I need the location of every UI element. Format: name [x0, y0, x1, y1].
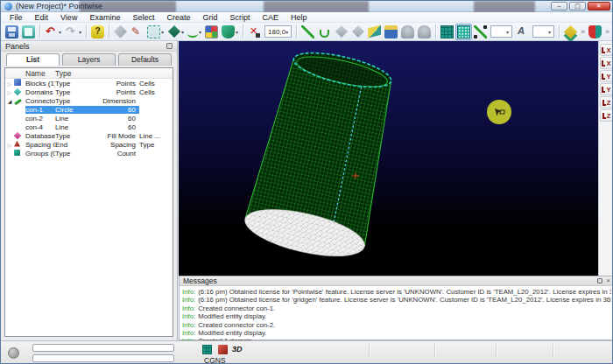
rotate-cursor	[487, 100, 511, 124]
select-box-button[interactable]: ▾	[145, 24, 166, 40]
diamond-grey-button[interactable]	[349, 24, 366, 40]
hand-button[interactable]	[399, 24, 416, 40]
chevron-down-icon[interactable]: ▾	[285, 29, 288, 35]
menu-edit[interactable]: Edit	[29, 12, 55, 23]
tree-row-con-1[interactable]: con-1Circle60	[5, 105, 173, 114]
expander-icon[interactable]: ◢	[5, 98, 14, 104]
close-button[interactable]: ✕	[588, 2, 610, 10]
tab-defaults[interactable]: Defaults	[118, 53, 172, 66]
tree-row-connectors-1-3[interactable]: ◢Connectors (1/3)TypeDimension	[5, 96, 173, 105]
tab-layers[interactable]: Layers	[62, 53, 116, 66]
dimension-combo[interactable]: ▾	[490, 25, 512, 38]
expander-icon[interactable]: ▷	[5, 89, 14, 95]
message-line: Info:Created connector con-1.	[182, 304, 611, 312]
connector-dim-button[interactable]	[472, 24, 489, 40]
tree-row-database-0[interactable]: Database (0)TypeFill ModeLine ...	[5, 131, 173, 140]
list-column-header[interactable]: Name Type	[5, 68, 173, 79]
maximize-button[interactable]: ▢	[569, 2, 586, 10]
grid-points-button[interactable]	[455, 24, 472, 40]
toolbar-overflow-icon[interactable]: »	[579, 27, 587, 36]
chevron-down-icon[interactable]: ▾	[199, 29, 201, 35]
redo-button[interactable]: ▾	[63, 24, 83, 40]
layers-tool-button[interactable]	[562, 24, 579, 40]
minimize-button[interactable]: –	[551, 2, 567, 10]
paintbrush-button[interactable]	[129, 24, 145, 40]
menu-select[interactable]: Select	[126, 12, 160, 23]
tab-list[interactable]: List	[6, 53, 60, 66]
toolbar-separator	[86, 24, 87, 38]
menu-grid[interactable]: Grid	[196, 12, 223, 23]
entity-name: con-2	[25, 115, 55, 122]
spacing-combo[interactable]: ▾	[532, 25, 554, 38]
open-button[interactable]	[20, 24, 37, 40]
save-button[interactable]	[4, 24, 20, 40]
viewport-canvas[interactable]	[179, 41, 598, 276]
solid-tool-button[interactable]	[383, 24, 399, 40]
tree-row-groups-0[interactable]: Groups (0)TypeCount	[5, 149, 173, 158]
tree-row-con-4[interactable]: con-4Line60	[5, 122, 173, 131]
angle-tool-button[interactable]	[246, 24, 263, 40]
tree-row-spacing-constrai[interactable]: ▷Spacing Constrai...EndSpacingType	[5, 140, 173, 149]
surface-tool-button[interactable]	[366, 24, 383, 40]
menu-script[interactable]: Script	[223, 12, 256, 23]
angle-combo[interactable]: 180,0▾	[264, 25, 292, 38]
chevron-down-icon[interactable]: ▾	[79, 29, 81, 35]
help-icon	[91, 25, 104, 38]
menu-help[interactable]: Help	[285, 12, 314, 23]
diamond-tool-button[interactable]: ▾	[166, 24, 186, 40]
message-text: (6:16 pm) Obtained license for 'Pointwis…	[198, 288, 611, 296]
view-plus-x-button[interactable]: X	[600, 44, 613, 56]
arc-tool-button[interactable]	[316, 24, 333, 40]
display-colors-button[interactable]	[203, 24, 220, 40]
pin-icon[interactable]	[166, 43, 173, 49]
tree-row-domains-1-3[interactable]: ▷Domains (1/3)TypePointsCells	[5, 88, 173, 96]
diamond-grey-button[interactable]	[333, 24, 349, 40]
spacing-a-button[interactable]	[514, 24, 531, 40]
messages-pin-icon[interactable]	[597, 278, 602, 284]
expander-icon[interactable]: ▷	[5, 80, 14, 87]
view-minus-z-button[interactable]: Z	[600, 109, 613, 122]
chevron-down-icon[interactable]: ▾	[161, 29, 164, 35]
tree-row-con-2[interactable]: con-2Line60	[5, 114, 173, 122]
column-type[interactable]: Type	[55, 69, 94, 78]
expander-icon[interactable]: ▷	[5, 142, 14, 148]
messages-close-icon[interactable]: ×	[606, 277, 610, 284]
tree-row-blocks-1[interactable]: ▷Blocks (1)TypePointsCells	[5, 79, 173, 88]
title-bar[interactable]: (New Project)* Pointwise – ▢ ✕	[1, 1, 613, 12]
messages-title: Messages	[183, 276, 217, 285]
status-field-1[interactable]	[32, 344, 174, 352]
entity-name: Domains (1/3)	[25, 88, 55, 96]
masks-tool-button[interactable]	[587, 24, 603, 40]
solver-icon[interactable]	[218, 345, 228, 354]
viewport-3d[interactable]	[179, 41, 598, 276]
chevron-down-icon[interactable]: ▾	[506, 29, 509, 35]
chevron-down-icon[interactable]: ▾	[548, 29, 551, 35]
menu-view[interactable]: View	[54, 12, 83, 23]
status-field-2[interactable]	[32, 354, 174, 362]
chevron-down-icon[interactable]: ▾	[181, 29, 184, 35]
column-name[interactable]: Name	[25, 69, 55, 78]
toolbar-overflow-icon[interactable]: »	[603, 27, 611, 36]
undo-button[interactable]: ▾	[43, 24, 63, 40]
hand-button[interactable]	[416, 24, 433, 40]
chevron-down-icon[interactable]: ▾	[59, 29, 61, 35]
curve-tool-button[interactable]: ▾	[186, 24, 203, 40]
entity-name: Database (0)	[25, 132, 55, 140]
messages-header[interactable]: Messages ×	[180, 276, 613, 286]
menu-file[interactable]: File	[4, 12, 29, 23]
menu-cae[interactable]: CAE	[256, 12, 285, 23]
menu-create[interactable]: Create	[160, 12, 196, 23]
eraser-button[interactable]	[112, 24, 129, 40]
view-minus-y-button[interactable]: Y	[600, 83, 613, 95]
view-plus-y-button[interactable]: Y	[600, 70, 613, 82]
grid-mode-icon[interactable]	[202, 345, 212, 354]
messages-log: Info:(6:16 pm) Obtained license for 'Poi…	[180, 286, 613, 347]
menu-examine[interactable]: Examine	[83, 12, 126, 23]
mask-green-button[interactable]: ▾	[220, 24, 240, 40]
view-plus-z-button[interactable]: Z	[600, 96, 613, 108]
line-tool-button[interactable]	[299, 24, 316, 40]
help-button[interactable]	[89, 24, 106, 40]
chevron-down-icon[interactable]: ▾	[236, 29, 238, 35]
view-minus-x-button[interactable]: X	[600, 57, 613, 69]
grid-solid-button[interactable]	[439, 24, 455, 40]
